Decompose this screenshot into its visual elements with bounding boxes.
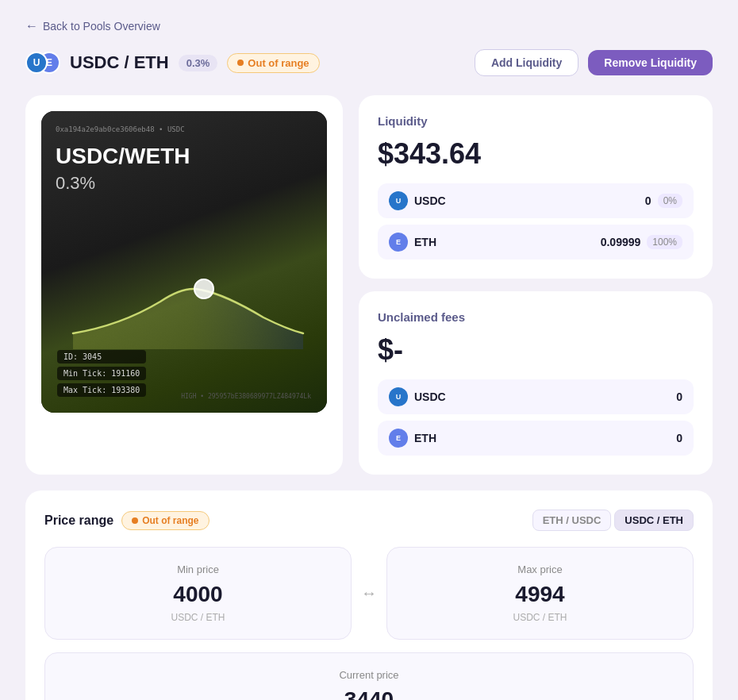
warning-dot-icon [237, 60, 244, 66]
nft-bottom-text: HIGH • 295957bE380689977LZ484974Lk [181, 393, 311, 400]
price-range-status: Out of range [142, 515, 198, 526]
page-wrapper: ← Back to Pools Overview U E USDC / ETH … [0, 0, 738, 700]
fee-badge: 0.3% [179, 55, 218, 71]
eth-pct: 100% [647, 235, 682, 249]
fees-eth-name: ETH [414, 432, 436, 444]
usdc-token-name: USDC [414, 194, 446, 207]
pair-toggle: ETH / USDC USDC / ETH [532, 510, 694, 531]
fees-token-left-usdc: U USDC [389, 387, 446, 406]
add-liquidity-button[interactable]: Add Liquidity [475, 49, 578, 76]
liquidity-amount: $343.64 [378, 137, 694, 171]
header-left: U E USDC / ETH 0.3% Out of range [25, 52, 320, 74]
eth-token-name: ETH [414, 236, 436, 248]
price-range-section: Price range Out of range ETH / USDC USDC… [25, 490, 713, 700]
unclaimed-fees-title: Unclaimed fees [378, 310, 694, 324]
nft-visual: 0xa194a2e9ab0ce3606eb48 • USDC USDC/WETH… [41, 111, 327, 413]
table-row: U USDC 0 0% [378, 183, 694, 218]
liquidity-card: Liquidity $343.64 U USDC 0 0% [359, 95, 713, 279]
price-range-header: Price range Out of range ETH / USDC USDC… [44, 510, 694, 531]
nft-min-tick-badge: Min Tick: 191160 [57, 367, 146, 380]
price-range-left: Price range Out of range [44, 511, 209, 530]
table-row: U USDC 0 [378, 379, 694, 414]
range-arrow-icon: ↔ [361, 584, 377, 602]
back-nav-label: Back to Pools Overview [43, 20, 160, 33]
max-price-pair: USDC / ETH [403, 612, 677, 623]
min-price-value: 4000 [61, 582, 335, 607]
token-left-eth: E ETH [389, 233, 436, 252]
max-price-label: Max price [403, 563, 677, 575]
header-right: Add Liquidity Remove Liquidity [475, 49, 713, 76]
usdc-coin-icon: U [389, 191, 408, 210]
unclaimed-fees-amount: $- [378, 333, 694, 367]
fees-eth-amount: 0 [676, 432, 682, 444]
table-row: E ETH 0 [378, 421, 694, 456]
svg-point-0 [194, 279, 213, 298]
current-price-label: Current price [61, 669, 677, 681]
min-price-box: Min price 4000 USDC / ETH [44, 547, 352, 640]
remove-liquidity-button[interactable]: Remove Liquidity [588, 50, 713, 75]
price-range-title: Price range [44, 513, 113, 528]
toggle-usdc-eth-button[interactable]: USDC / ETH [614, 510, 694, 531]
min-price-pair: USDC / ETH [61, 612, 335, 623]
pair-title: USDC / ETH [70, 52, 169, 73]
usdc-pct: 0% [658, 194, 682, 208]
fees-usdc-name: USDC [414, 390, 446, 403]
nft-address: 0xa194a2e9ab0ce3606eb48 • USDC [56, 125, 313, 133]
fees-token-left-eth: E ETH [389, 429, 436, 448]
out-of-range-label: Out of range [248, 57, 309, 69]
liquidity-title: Liquidity [378, 114, 694, 128]
table-row: E ETH 0.09999 100% [378, 225, 694, 260]
max-price-value: 4994 [403, 582, 677, 607]
fees-usdc-amount: 0 [676, 390, 682, 403]
back-arrow-icon: ← [25, 19, 38, 33]
nft-max-tick-badge: Max Tick: 193380 [57, 383, 146, 397]
unclaimed-fees-card: Unclaimed fees $- U USDC 0 E ETH [359, 291, 713, 475]
main-content: 0xa194a2e9ab0ce3606eb48 • USDC USDC/WETH… [25, 95, 713, 475]
liquidity-token-rows: U USDC 0 0% E ETH [378, 183, 694, 260]
nft-curve [57, 254, 311, 349]
nft-card: 0xa194a2e9ab0ce3606eb48 • USDC USDC/WETH… [25, 95, 343, 475]
usdc-amount: 0 [645, 194, 652, 207]
price-boxes: Min price 4000 USDC / ETH ↔ Max price 49… [44, 547, 694, 640]
fees-usdc-icon: U [389, 387, 408, 406]
price-range-badge: Out of range [121, 511, 209, 530]
usdc-icon: U [25, 52, 48, 74]
eth-amount: 0.09999 [601, 236, 641, 248]
fees-eth-icon: E [389, 429, 408, 448]
token-right-usdc: 0 0% [645, 194, 682, 208]
min-price-label: Min price [61, 563, 335, 575]
fees-token-rows: U USDC 0 E ETH 0 [378, 379, 694, 456]
token-right-eth: 0.09999 100% [601, 235, 682, 249]
nft-pair-text: USDC/WETH [56, 143, 313, 170]
eth-coin-icon: E [389, 233, 408, 252]
max-price-box: Max price 4994 USDC / ETH [386, 547, 694, 640]
nft-id-badge: ID: 3045 [57, 350, 146, 363]
current-price-box: Current price 3440 USDC / ETH [44, 652, 694, 700]
out-of-range-badge: Out of range [227, 53, 319, 73]
nft-info-badges: ID: 3045 Min Tick: 191160 Max Tick: 1933… [57, 350, 146, 397]
token-left-usdc: U USDC [389, 191, 446, 210]
nft-phone: 0xa194a2e9ab0ce3606eb48 • USDC USDC/WETH… [41, 111, 327, 413]
right-panel: Liquidity $343.64 U USDC 0 0% [359, 95, 713, 475]
pair-icon: U E [25, 52, 60, 74]
header-row: U E USDC / ETH 0.3% Out of range Add Liq… [25, 49, 713, 76]
price-warning-dot-icon [132, 517, 138, 524]
current-price-value: 3440 [61, 687, 677, 700]
back-nav[interactable]: ← Back to Pools Overview [25, 19, 713, 33]
nft-fee-text: 0.3% [56, 173, 313, 194]
toggle-eth-usdc-button[interactable]: ETH / USDC [532, 510, 612, 531]
